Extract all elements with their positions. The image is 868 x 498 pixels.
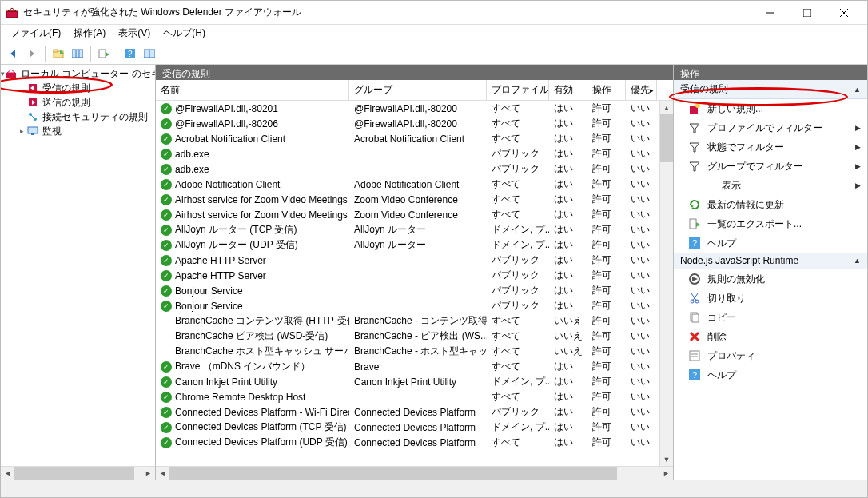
- scroll-right-icon[interactable]: ►: [141, 467, 155, 480]
- export-icon[interactable]: [95, 45, 113, 62]
- table-row[interactable]: ✓Chrome Remote Desktop Hostすべてはい許可いい: [156, 389, 659, 404]
- rule-name: Apache HTTP Server: [175, 270, 266, 281]
- table-row[interactable]: ✓Apache HTTP Serverパブリックはい許可いい: [156, 253, 659, 268]
- action-item[interactable]: 表示▶: [674, 176, 867, 195]
- table-row[interactable]: ✓adb.exeパブリックはい許可いい: [156, 146, 659, 161]
- table-row[interactable]: BranchCache コンテンツ取得 (HTTP-受信)BranchCache…: [156, 313, 659, 329]
- rule-group: BranchCache - コンテンツ取得...: [349, 314, 487, 328]
- action-item[interactable]: 新しい規則...: [674, 99, 867, 118]
- scroll-thumb[interactable]: [169, 467, 617, 480]
- tree-item[interactable]: 受信の規則: [1, 81, 155, 95]
- action-item[interactable]: 状態でフィルター▶: [674, 137, 867, 157]
- rule-priority: いい: [626, 405, 657, 419]
- action-item[interactable]: 規則の無効化: [674, 269, 867, 289]
- tree-root[interactable]: ▾ ローカル コンピューター のセキュリティ: [1, 66, 155, 81]
- rule-profile: ドメイン, プ...: [487, 238, 549, 252]
- check-icon: ✓: [161, 392, 172, 403]
- rule-priority: いい: [626, 299, 657, 313]
- actions-group1-header[interactable]: 受信の規則 ▲: [674, 80, 867, 99]
- tree-pane[interactable]: ▾ ローカル コンピューター のセキュリティ 受信の規則送信の規則接続セキュリテ…: [1, 65, 156, 480]
- panes-icon[interactable]: [69, 45, 86, 62]
- action-item[interactable]: ?ヘルプ: [674, 365, 867, 384]
- scroll-up-icon[interactable]: ▲: [660, 101, 673, 114]
- collapse-icon[interactable]: ▲: [854, 257, 861, 265]
- table-row[interactable]: ✓Adobe Notification ClientAdobe Notifica…: [156, 177, 659, 192]
- scroll-left-icon[interactable]: ◄: [156, 467, 169, 480]
- menu-help[interactable]: ヘルプ(H): [157, 25, 212, 42]
- action-item[interactable]: コピー: [674, 308, 867, 327]
- help-icon: ?: [688, 237, 701, 249]
- table-row[interactable]: ✓Connected Devices Platform - Wi-Fi Dire…: [156, 404, 659, 420]
- action-item[interactable]: 削除: [674, 327, 867, 346]
- tree-item-label: 監視: [42, 125, 62, 138]
- tree-item[interactable]: ▸監視: [1, 124, 155, 138]
- scroll-right-icon[interactable]: ►: [659, 467, 673, 480]
- outbound-icon: [26, 96, 39, 109]
- maximize-button[interactable]: [789, 1, 826, 25]
- rule-profile: すべて: [487, 117, 549, 130]
- action-item[interactable]: ?ヘルプ: [674, 233, 867, 253]
- table-row[interactable]: ✓AllJoyn ルーター (UDP 受信)AllJoyn ルータードメイン, …: [156, 237, 659, 253]
- view-icon[interactable]: [141, 45, 158, 62]
- rule-priority: いい: [626, 390, 657, 404]
- rule-profile: パブリック: [487, 147, 549, 161]
- table-row[interactable]: ✓adb.exeパブリックはい許可いい: [156, 161, 659, 177]
- minimize-button[interactable]: [752, 1, 789, 25]
- scroll-left-icon[interactable]: ◄: [1, 467, 14, 480]
- table-row[interactable]: ✓Apache HTTP Serverパブリックはい許可いい: [156, 268, 659, 283]
- scroll-thumb[interactable]: [660, 114, 673, 162]
- table-row[interactable]: ✓Bonjour Serviceパブリックはい許可いい: [156, 283, 659, 298]
- table-row[interactable]: ✓@FirewallAPI.dll,-80206@FirewallAPI.dll…: [156, 116, 659, 131]
- table-row[interactable]: ✓Connected Devices Platform (TCP 受信)Conn…: [156, 420, 659, 435]
- menu-action[interactable]: 操作(A): [67, 25, 112, 42]
- col-priority[interactable]: 優先▸: [626, 80, 657, 100]
- action-item[interactable]: プロパティ: [674, 346, 867, 365]
- collapse-icon[interactable]: ▲: [854, 86, 861, 94]
- rule-name: Bonjour Service: [175, 301, 243, 312]
- action-item[interactable]: プロファイルでフィルター▶: [674, 118, 867, 137]
- svg-marker-21: [7, 70, 15, 73]
- forward-button[interactable]: [23, 45, 41, 62]
- tree-item[interactable]: 送信の規則: [1, 95, 155, 110]
- table-row[interactable]: ✓AllJoyn ルーター (TCP 受信)AllJoyn ルータードメイン, …: [156, 222, 659, 237]
- rule-action: 許可: [587, 375, 626, 388]
- help-icon[interactable]: ?: [121, 45, 139, 62]
- expand-icon[interactable]: ▸: [17, 127, 26, 135]
- col-action[interactable]: 操作: [587, 80, 626, 100]
- back-button[interactable]: [4, 45, 22, 62]
- scroll-down-icon[interactable]: ▼: [660, 452, 673, 466]
- tree-item-label: 送信の規則: [42, 96, 90, 110]
- table-row[interactable]: ✓Connected Devices Platform (UDP 受信)Conn…: [156, 435, 659, 450]
- action-item[interactable]: 最新の情報に更新: [674, 195, 867, 214]
- list-hscroll[interactable]: ◄ ►: [156, 466, 673, 480]
- list-vscroll[interactable]: ▲ ▼: [659, 101, 673, 466]
- table-row[interactable]: ✓Airhost service for Zoom Video Meetings…: [156, 192, 659, 207]
- table-row[interactable]: ✓Airhost service for Zoom Video Meetings…: [156, 207, 659, 222]
- col-enabled[interactable]: 有効: [549, 80, 587, 100]
- rule-action: 許可: [587, 147, 626, 161]
- action-item[interactable]: 一覧のエクスポート...: [674, 214, 867, 233]
- rule-profile: パブリック: [487, 299, 549, 313]
- col-profile[interactable]: プロファイル: [487, 80, 549, 100]
- col-name[interactable]: 名前: [156, 80, 349, 100]
- table-row[interactable]: ✓@FirewallAPI.dll,-80201@FirewallAPI.dll…: [156, 101, 659, 116]
- close-button[interactable]: [826, 1, 862, 25]
- scroll-thumb[interactable]: [14, 467, 134, 480]
- col-group[interactable]: グループ: [349, 80, 487, 100]
- menu-file[interactable]: ファイル(F): [4, 25, 67, 42]
- table-row[interactable]: ✓Bonjour Serviceパブリックはい許可いい: [156, 298, 659, 313]
- table-row[interactable]: BranchCache ピア検出 (WSD-受信)BranchCache - ピ…: [156, 329, 659, 344]
- action-item[interactable]: 切り取り: [674, 289, 867, 308]
- tree-item[interactable]: 接続セキュリティの規則: [1, 110, 155, 124]
- table-row[interactable]: ✓Brave （mDNS インバウンド）Braveすべてはい許可いい: [156, 359, 659, 374]
- refresh-icon: [688, 198, 701, 211]
- table-row[interactable]: ✓Canon Inkjet Print UtilityCanon Inkjet …: [156, 374, 659, 389]
- rule-action: 許可: [587, 223, 626, 237]
- action-item[interactable]: グループでフィルター▶: [674, 157, 867, 176]
- menu-view[interactable]: 表示(V): [112, 25, 157, 42]
- actions-group2-header[interactable]: Node.js JavaScript Runtime ▲: [674, 253, 867, 269]
- tree-hscroll[interactable]: ◄ ►: [1, 466, 155, 480]
- table-row[interactable]: BranchCache ホスト型キャッシュ サーバー (HT...BranchC…: [156, 344, 659, 359]
- folder-icon[interactable]: [50, 45, 67, 62]
- table-row[interactable]: ✓Acrobat Notification ClientAcrobat Noti…: [156, 131, 659, 146]
